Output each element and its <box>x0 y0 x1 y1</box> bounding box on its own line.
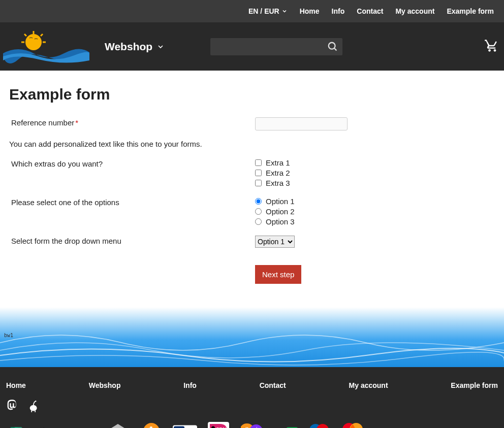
search-icon[interactable] <box>327 41 338 52</box>
svg-point-38 <box>317 424 329 428</box>
extra-2-checkbox[interactable] <box>255 170 262 176</box>
lang-currency-selector[interactable]: EN / EUR <box>242 7 294 15</box>
payment-bank-icon <box>106 423 130 428</box>
topnav-example-form[interactable]: Example form <box>440 7 500 15</box>
footer: Home Webshop Info Contact My account Exa… <box>0 367 504 428</box>
svg-point-6 <box>329 42 335 49</box>
cart-icon <box>484 39 499 53</box>
payment-methods: Pay Bancontact ₿ giropay DEAL ₿ LINEPay … <box>5 423 499 428</box>
search-input[interactable] <box>214 43 327 51</box>
required-asterisk: * <box>75 118 78 127</box>
mastodon-icon[interactable] <box>5 399 19 413</box>
footer-contact[interactable]: Contact <box>260 381 286 389</box>
svg-point-10 <box>30 405 37 411</box>
payment-visa-icon: VISA <box>441 423 465 428</box>
topnav-home[interactable]: Home <box>294 7 326 15</box>
chevron-down-icon <box>156 43 165 51</box>
footer-home[interactable]: Home <box>6 381 26 389</box>
footer-webshop[interactable]: Webshop <box>89 381 121 389</box>
topnav-info[interactable]: Info <box>326 7 351 15</box>
svg-point-8 <box>488 49 491 52</box>
payment-mastercard-icon: mastercard <box>340 423 365 428</box>
payment-ideal-icon: DEAL <box>206 423 231 428</box>
option-2-radio[interactable] <box>255 208 262 215</box>
topnav-my-account[interactable]: My account <box>389 7 440 15</box>
payment-sofort-icon: SOFORT <box>407 423 432 428</box>
site-logo[interactable] <box>3 29 89 64</box>
page-title: Example form <box>9 86 495 103</box>
extra-3-label: Extra 3 <box>266 179 290 187</box>
svg-text:₿: ₿ <box>148 425 154 428</box>
payment-paypal-icon: PayPal <box>374 423 398 428</box>
option-3-radio[interactable] <box>255 218 262 225</box>
nostr-icon[interactable] <box>27 399 42 413</box>
payment-maestro-icon: Maestro <box>307 423 331 428</box>
main-header: Webshop <box>0 22 504 71</box>
extra-1-checkbox[interactable] <box>255 159 262 166</box>
svg-rect-24 <box>174 426 184 428</box>
option-1-radio[interactable] <box>255 198 262 205</box>
payment-giropay-icon: giropay <box>173 423 197 428</box>
decorative-banner: bw1 <box>0 307 504 367</box>
extra-2-label: Extra 2 <box>266 169 290 177</box>
svg-point-11 <box>35 401 36 402</box>
dropdown-label: Select form the drop down menu <box>9 236 255 248</box>
payment-linepay-icon: LINEPay <box>273 423 298 428</box>
dropdown-select[interactable]: Option 1 <box>255 236 295 248</box>
topbar: EN / EUR Home Info Contact My account Ex… <box>0 0 504 22</box>
svg-point-9 <box>494 49 496 52</box>
footer-info[interactable]: Info <box>183 381 197 389</box>
form-info-text: You can add personalized text like this … <box>9 140 495 148</box>
footer-my-account[interactable]: My account <box>349 381 388 389</box>
reference-input[interactable] <box>255 117 348 130</box>
option-2-label: Option 2 <box>266 207 295 216</box>
payment-applepay-icon: Pay <box>39 423 63 428</box>
option-1-label: Option 1 <box>266 197 295 206</box>
options-label: Please select one of the options <box>9 197 255 227</box>
svg-line-2 <box>24 34 26 36</box>
reference-label: Reference number* <box>9 117 255 130</box>
social-row <box>5 399 499 413</box>
webshop-label: Webshop <box>105 41 152 53</box>
footer-nav: Home Webshop Info Contact My account Exa… <box>5 381 499 399</box>
footer-example-form[interactable]: Example form <box>451 381 498 389</box>
svg-line-3 <box>41 34 43 36</box>
cart-button[interactable] <box>484 39 499 55</box>
svg-point-0 <box>25 34 42 50</box>
payment-bancontact-icon: Bancontact <box>72 423 97 428</box>
main-content: Example form Reference number* You can a… <box>0 71 504 307</box>
extras-label: Which extras do you want? <box>9 158 255 189</box>
chevron-down-icon <box>281 8 288 14</box>
search-box <box>210 38 342 55</box>
next-step-button[interactable]: Next step <box>255 265 301 284</box>
topnav-contact[interactable]: Contact <box>351 7 389 15</box>
option-3-label: Option 3 <box>266 217 295 226</box>
extra-3-checkbox[interactable] <box>255 180 262 186</box>
svg-line-7 <box>334 48 337 50</box>
extra-1-label: Extra 1 <box>266 158 290 167</box>
payment-lightning-icon: ₿ <box>240 423 264 428</box>
lang-currency-label: EN / EUR <box>248 7 279 15</box>
payment-afterpay-icon <box>5 423 29 428</box>
payment-bitcoin-icon: ₿ <box>139 423 164 428</box>
webshop-menu[interactable]: Webshop <box>105 41 165 53</box>
